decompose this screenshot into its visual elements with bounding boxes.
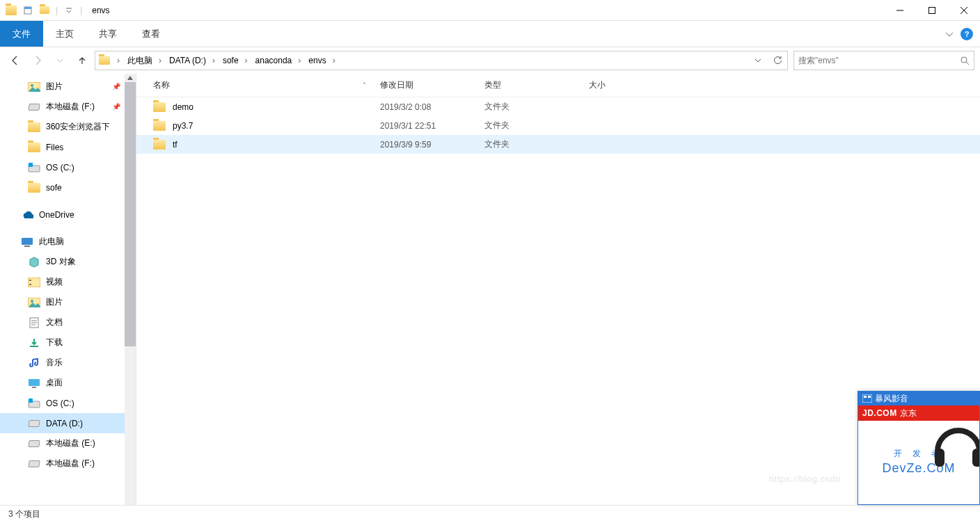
titlebar: | | envs — [0, 0, 980, 21]
tree-item[interactable]: 文档 — [0, 312, 136, 332]
file-list: demo2019/3/2 0:08文件夹py3.72019/3/1 22:51文… — [136, 97, 980, 154]
col-header-size[interactable]: 大小 — [589, 79, 645, 91]
disk-os-icon — [28, 161, 40, 174]
crumb-chevron[interactable]: › — [155, 51, 165, 70]
navbar: › 此电脑› DATA (D:)› sofe› anaconda› envs› … — [0, 47, 980, 74]
folder-icon — [153, 140, 166, 150]
tree-item[interactable]: DATA (D:) — [0, 413, 136, 433]
tree-item-label: 图片 — [46, 296, 63, 308]
refresh-button[interactable] — [768, 51, 787, 70]
crumb-sofe[interactable]: sofe — [219, 51, 242, 70]
tree-item[interactable]: Files — [0, 137, 136, 157]
search-input[interactable]: 搜索"envs" — [793, 51, 974, 70]
tree-item-label: 下载 — [46, 337, 63, 348]
nav-forward-button[interactable] — [28, 51, 47, 70]
svg-rect-24 — [935, 449, 945, 467]
tree-item[interactable]: OS (C:) — [0, 393, 136, 413]
folder-icon — [28, 141, 40, 154]
help-icon[interactable]: ? — [961, 28, 973, 40]
file-row[interactable]: demo2019/3/2 0:08文件夹 — [136, 97, 980, 116]
svg-point-5 — [31, 84, 33, 87]
nav-back-button[interactable] — [6, 51, 25, 70]
tree-item[interactable]: 图片 — [0, 292, 136, 312]
svg-rect-18 — [32, 387, 36, 388]
file-type: 文件夹 — [484, 120, 589, 131]
crumb-pc[interactable]: 此电脑 — [123, 51, 155, 70]
app-folder-icon — [6, 5, 17, 16]
crumb-chevron[interactable]: › — [294, 51, 304, 70]
col-header-type[interactable]: 类型 — [484, 79, 589, 91]
address-bar[interactable]: › 此电脑› DATA (D:)› sofe› anaconda› envs› — [95, 51, 788, 70]
status-item-count: 3 个项目 — [8, 508, 40, 520]
search-placeholder: 搜索"envs" — [798, 55, 839, 67]
tree-item[interactable]: 图片 — [0, 77, 136, 97]
svg-rect-25 — [972, 449, 980, 467]
tree-item[interactable]: 3D 对象 — [0, 252, 136, 272]
tree-item-label: sofe — [46, 183, 62, 193]
ad-header-baofeng: 暴风影音 — [858, 392, 979, 405]
file-date: 2019/3/1 22:51 — [380, 121, 484, 131]
file-type: 文件夹 — [484, 138, 589, 150]
popup-ad[interactable]: 暴风影音 JD.COM京东 开 发 者 DevZe.CoM — [858, 391, 980, 505]
nav-recent-dropdown[interactable] — [50, 51, 70, 70]
crumb-envs[interactable]: envs — [304, 51, 329, 70]
svg-rect-1 — [24, 7, 31, 9]
file-row[interactable]: tf2019/3/9 9:59文件夹 — [136, 135, 980, 154]
qat-folder-icon[interactable] — [39, 5, 50, 16]
file-type: 文件夹 — [484, 101, 589, 113]
tree-item[interactable]: 下载 — [0, 332, 136, 353]
tree-item[interactable]: 本地磁盘 (F:) — [0, 97, 136, 117]
svg-rect-20 — [29, 399, 33, 403]
tree-item-label: DATA (D:) — [46, 419, 83, 428]
ribbon-tab-home[interactable]: 主页 — [43, 21, 86, 47]
tree-item[interactable]: sofe — [0, 177, 136, 198]
col-header-date[interactable]: 修改日期 — [380, 79, 484, 91]
crumb-anaconda[interactable]: anaconda — [251, 51, 295, 70]
nav-up-button[interactable] — [72, 51, 92, 70]
svg-rect-8 — [22, 238, 33, 245]
minimize-button[interactable] — [884, 0, 916, 21]
close-button[interactable] — [948, 0, 980, 21]
tree-item[interactable]: 桌面 — [0, 373, 136, 393]
file-name: demo — [173, 102, 193, 112]
tree-item[interactable]: OS (C:) — [0, 157, 136, 177]
nav-tree: 图片本地磁盘 (F:)360安全浏览器下FilesOS (C:)sofeOneD… — [0, 74, 136, 505]
col-header-name[interactable]: 名称˄ — [153, 79, 380, 91]
tree-item-label: 360安全浏览器下 — [46, 121, 110, 133]
tree-item-label: 本地磁盘 (F:) — [46, 101, 95, 113]
tree-item[interactable]: OneDrive — [0, 204, 136, 225]
tree-item[interactable]: 音乐 — [0, 353, 136, 373]
video-icon — [28, 276, 40, 289]
ribbon-tabs: 文件 主页 共享 查看 ? — [0, 21, 980, 47]
crumb-chevron[interactable]: › — [242, 51, 251, 70]
sidebar-scrollbar[interactable] — [125, 74, 136, 505]
tree-item[interactable]: 本地磁盘 (F:) — [0, 453, 136, 474]
svg-rect-22 — [864, 396, 867, 398]
tree-item-label: 音乐 — [46, 357, 63, 369]
crumb-chevron[interactable]: › — [209, 51, 219, 70]
crumb-chevron[interactable]: › — [329, 51, 339, 70]
search-icon — [960, 56, 970, 65]
tree-item-label: 视频 — [46, 276, 63, 288]
crumb-data[interactable]: DATA (D:) — [165, 51, 209, 70]
file-name: tf — [173, 140, 177, 150]
qat-dropdown-icon[interactable] — [63, 5, 74, 16]
crumb-root-chevron[interactable]: › — [113, 51, 123, 70]
tree-item[interactable]: 此电脑 — [0, 232, 136, 252]
address-dropdown-button[interactable] — [748, 51, 768, 70]
ribbon-expand-icon[interactable] — [945, 30, 954, 38]
tree-item-label: OS (C:) — [46, 163, 74, 172]
title-separator: | — [80, 6, 82, 15]
tree-item-label: 此电脑 — [39, 236, 64, 248]
svg-rect-11 — [29, 280, 31, 281]
tree-item[interactable]: 360安全浏览器下 — [0, 117, 136, 137]
ribbon-tab-view[interactable]: 查看 — [129, 21, 173, 47]
tree-item[interactable]: 视频 — [0, 272, 136, 292]
ribbon-tab-share[interactable]: 共享 — [86, 21, 129, 47]
qat-props-icon[interactable] — [22, 5, 33, 16]
maximize-button[interactable] — [916, 0, 948, 21]
tree-item[interactable]: 本地磁盘 (E:) — [0, 433, 136, 453]
file-row[interactable]: py3.72019/3/1 22:51文件夹 — [136, 116, 980, 135]
ribbon-file-tab[interactable]: 文件 — [0, 21, 43, 47]
pc-icon — [21, 236, 33, 248]
